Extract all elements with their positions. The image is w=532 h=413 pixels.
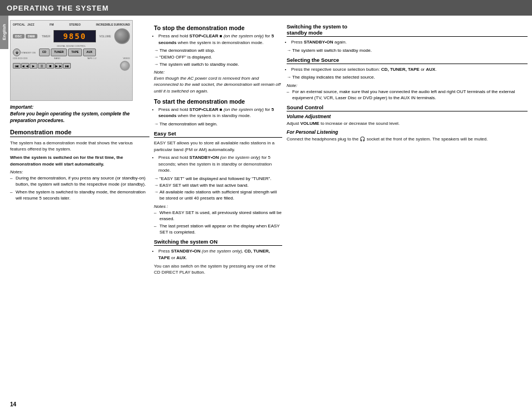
main-content: OPTICAL JAZZ FM STEREO INCREDIBLE SURROU… <box>0 16 532 282</box>
switching-on-bullet: Press STANDBY•ON (on the system only), C… <box>158 248 282 261</box>
selecting-source-arrow: The display indicates the selected sourc… <box>287 74 528 80</box>
stop-demo-arrow-3: The system will switch to standby mode. <box>154 61 282 67</box>
source-buttons: ⏻ STANDBY ON CD TUNER TAPE AUX <box>13 48 130 56</box>
volume-adjustment-heading: Volume Adjustment <box>287 114 528 119</box>
start-demo-bullet: Press and hold STOP•CLEAR ■ (on the syst… <box>158 106 282 119</box>
demo-note-2: When the system is switched to standby m… <box>10 189 149 201</box>
demonstration-mode-heading: Demonstration mode <box>10 129 149 137</box>
easy-set-note-1: When EASY SET is used, all previously st… <box>154 210 282 222</box>
easy-set-body: EASY SET allows you to store all availab… <box>154 140 282 153</box>
stop-demo-note-text: Even though the AC power cord is removed… <box>154 75 282 95</box>
easy-set-section: Easy Set EASY SET allows you to store al… <box>154 130 282 235</box>
tuner-button[interactable]: TUNER <box>51 48 67 56</box>
sound-control-heading: Sound Control <box>287 104 528 111</box>
switching-standby-section: Switching the system to standby mode Pre… <box>287 23 528 54</box>
page-title: OPERATING THE SYSTEM <box>7 4 109 12</box>
header-bar: OPERATING THE SYSTEM <box>0 0 532 16</box>
selecting-source-heading: Selecting the Source <box>287 57 528 64</box>
selecting-source-bullet: Press the respective source selection bu… <box>291 66 528 73</box>
next-button[interactable]: ⏭ <box>63 63 71 69</box>
selecting-source-section: Selecting the Source Press the respectiv… <box>287 57 528 101</box>
switching-standby-arrow: The system will switch to standby mode. <box>287 47 528 54</box>
prev-button[interactable]: ⏮ <box>13 63 21 69</box>
easy-set-note-2: The last preset station will appear on t… <box>154 223 282 235</box>
page: OPERATING THE SYSTEM English OPTICAL JAZ… <box>0 0 532 413</box>
switching-on-body: You can also switch on the system by pre… <box>154 263 282 276</box>
aux-button[interactable]: AUX <box>83 48 96 56</box>
demo-bold-text: When the system is switched on for the f… <box>10 154 149 167</box>
right-column: Switching the system to standby mode Pre… <box>287 20 528 278</box>
stop-demo-section: To stop the demonstration mode Press and… <box>154 25 282 95</box>
personal-listening-heading: For Personal Listening <box>287 129 528 135</box>
page-number: 14 <box>10 401 16 407</box>
stop-demo-bullet: Press and hold STOP•CLEAR ■ (on the syst… <box>158 33 282 46</box>
stop-demo-note-label: Note: <box>154 70 282 75</box>
easy-set-arrow-3: All available radio stations with suffic… <box>154 189 282 201</box>
language-tab: English <box>0 16 8 49</box>
transport-controls: ⏮ ◄◄ ► II ■ ►► ⏭ <box>13 61 130 71</box>
switching-on-heading: Switching the system ON <box>154 239 282 246</box>
ffwd-button[interactable]: ►► <box>55 63 62 69</box>
easy-set-arrow-2: EASY SET will start with the last active… <box>154 182 282 188</box>
volume-text: Adjust VOLUME to increase or decrease th… <box>287 120 528 127</box>
demo-body: The system has a demonstration mode that… <box>10 140 149 153</box>
personal-listening-text: Connect the headphones plug to the 🎧 soc… <box>287 136 528 143</box>
volume-knob[interactable] <box>114 28 130 44</box>
selecting-source-note: For an external source, make sure that y… <box>287 89 528 101</box>
standby-button[interactable]: ⏻ <box>13 48 21 56</box>
demo-note-1: During the demonstration, if you press a… <box>10 175 149 187</box>
device-image: OPTICAL JAZZ FM STEREO INCREDIBLE SURROU… <box>10 20 133 101</box>
stop-demo-arrow-2: "DEMO OFF" is displayed. <box>154 54 282 60</box>
stop-demo-arrow-1: The demonstration will stop. <box>154 47 282 54</box>
device-display: 9850 <box>54 30 96 42</box>
easy-set-arrow-1: "EASY SET" will be displayed and followe… <box>154 176 282 182</box>
rewind-button[interactable]: ◄◄ <box>21 63 29 69</box>
demo-notes-label: Notes: <box>10 169 149 174</box>
sound-control-section: Sound Control Volume Adjustment Adjust V… <box>287 104 528 142</box>
cd-button[interactable]: CD <box>39 48 50 56</box>
tape-button[interactable]: TAPE <box>68 48 82 56</box>
middle-column: To stop the demonstration mode Press and… <box>154 20 282 278</box>
stop-demo-heading: To stop the demonstration mode <box>154 25 282 31</box>
easy-set-heading: Easy Set <box>154 130 282 138</box>
important-title: Important: <box>10 104 149 110</box>
switching-standby-heading: Switching the system to standby mode <box>287 23 528 37</box>
left-column: OPTICAL JAZZ FM STEREO INCREDIBLE SURROU… <box>10 20 149 278</box>
pause-button[interactable]: II <box>38 63 46 69</box>
easy-set-notes-label: Notes : <box>154 204 282 209</box>
easy-set-bullet: Press and hold STANDBY•ON (on the system… <box>158 154 282 174</box>
switching-standby-bullet: Press STANDBY•ON again. <box>291 39 528 46</box>
selecting-source-note-label: Note: <box>287 83 528 88</box>
stop-button[interactable]: ■ <box>46 63 54 69</box>
play-button[interactable]: ► <box>30 63 37 69</box>
tuning-knob[interactable] <box>120 61 130 71</box>
start-demo-heading: To start the demonstration mode <box>154 98 282 105</box>
demonstration-mode-section: Demonstration mode The system has a demo… <box>10 129 149 201</box>
switching-on-section: Switching the system ON Press STANDBY•ON… <box>154 239 282 275</box>
important-box: Important: Before you begin operating th… <box>10 104 149 124</box>
important-text: Before you begin operating the system, c… <box>10 111 149 124</box>
start-demo-arrow: The demonstration will begin. <box>154 121 282 127</box>
start-demo-section: To start the demonstration mode Press an… <box>154 98 282 127</box>
